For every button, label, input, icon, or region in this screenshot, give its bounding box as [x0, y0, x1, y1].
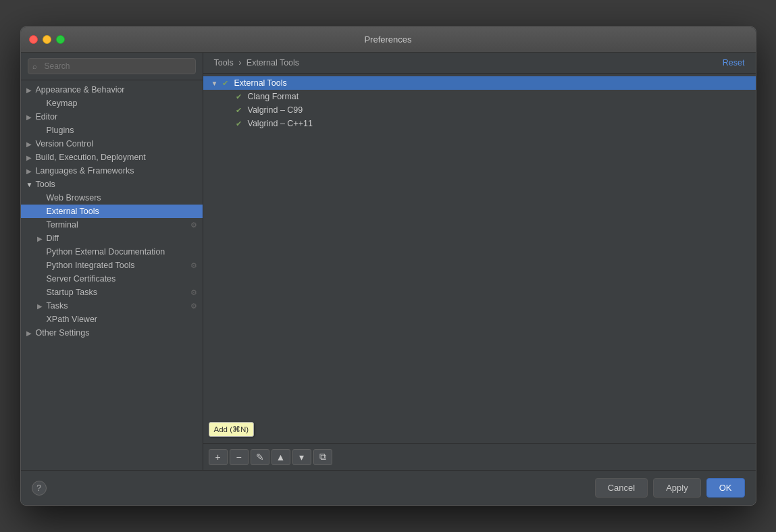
sidebar-item-keymap[interactable]: Keymap [21, 97, 203, 110]
breadcrumb: Tools › External Tools [214, 58, 300, 68]
sidebar-item-label: Python Integrated Tools [47, 261, 188, 270]
help-button[interactable]: ? [32, 481, 47, 496]
sidebar-item-label: External Tools [47, 207, 197, 216]
main-tree-item-valgrind-cpp11[interactable]: ✔Valgrind – C++11 [203, 117, 756, 130]
remove-button[interactable]: − [230, 449, 249, 465]
tree-arrow: ▼ [211, 80, 222, 87]
content-area: ▼✔External Tools✔Clang Format✔Valgrind –… [203, 74, 756, 443]
sidebar-item-label: Tasks [47, 301, 188, 311]
sidebar-tree: ▶Appearance & BehaviorKeymap▶EditorPlugi… [21, 80, 203, 470]
sidebar-item-diff[interactable]: ▶Diff [21, 232, 203, 245]
main-content: Tools › External Tools Reset ▼✔External … [203, 53, 756, 470]
content-header: Tools › External Tools Reset [203, 53, 756, 74]
sidebar-item-label: Terminal [47, 220, 188, 230]
ok-button[interactable]: OK [706, 478, 745, 498]
main-tree-item-label: Valgrind – C++11 [248, 119, 313, 128]
sidebar-item-label: Startup Tasks [47, 288, 188, 297]
close-button[interactable] [29, 35, 38, 44]
sidebar-item-terminal[interactable]: Terminal⚙ [21, 218, 203, 232]
add-button[interactable]: + [209, 449, 228, 465]
copy-button[interactable]: ⧉ [313, 449, 332, 465]
window-controls [29, 35, 65, 44]
gear-icon: ⚙ [190, 302, 197, 311]
sidebar-item-label: Tools [36, 180, 197, 189]
tree-arrow: ▶ [26, 167, 36, 175]
preferences-window: Preferences ⌕ ▶Appearance & BehaviorKeym… [20, 26, 756, 506]
minimize-button[interactable] [43, 35, 51, 44]
sidebar-item-label: Version Control [36, 139, 197, 149]
reset-button[interactable]: Reset [723, 58, 745, 68]
sidebar-item-plugins[interactable]: Plugins [21, 124, 203, 137]
tree-arrow: ▶ [26, 86, 36, 94]
sidebar-item-other-settings[interactable]: ▶Other Settings [21, 326, 203, 340]
search-icon: ⌕ [32, 62, 37, 70]
move-down-button[interactable]: ▾ [292, 449, 311, 465]
tree-arrow: ▶ [26, 329, 36, 337]
bottom-bar: ? Cancel Apply OK [21, 470, 756, 505]
main-tree-item-label: Clang Format [248, 92, 299, 101]
sidebar-item-label: Build, Execution, Deployment [36, 153, 197, 162]
tree-arrow: ▶ [26, 154, 36, 161]
cancel-button[interactable]: Cancel [595, 478, 648, 498]
main-tree-item-valgrind-c99[interactable]: ✔Valgrind – C99 [203, 103, 756, 117]
bottom-actions: Cancel Apply OK [595, 478, 745, 498]
window-title: Preferences [364, 34, 411, 45]
window-body: ⌕ ▶Appearance & BehaviorKeymap▶EditorPlu… [21, 53, 756, 470]
breadcrumb-part-1: Tools [214, 58, 234, 68]
breadcrumb-separator: › [238, 58, 244, 68]
tree-arrow: ▶ [26, 113, 36, 121]
search-bar: ⌕ [21, 53, 203, 80]
check-icon: ✔ [222, 79, 234, 88]
title-bar: Preferences [21, 27, 756, 53]
sidebar-item-tasks[interactable]: ▶Tasks⚙ [21, 299, 203, 313]
sidebar-item-label: Plugins [47, 126, 197, 135]
sidebar-item-label: Languages & Frameworks [36, 166, 197, 176]
check-icon: ✔ [236, 119, 248, 128]
sidebar-item-label: Server Certificates [47, 274, 197, 284]
sidebar-item-python-ext-doc[interactable]: Python External Documentation [21, 245, 203, 259]
gear-icon: ⚙ [190, 288, 197, 297]
check-icon: ✔ [236, 92, 248, 101]
maximize-button[interactable] [56, 35, 65, 44]
main-tree-item-external-tools-root[interactable]: ▼✔External Tools [203, 76, 756, 90]
sidebar-item-label: Appearance & Behavior [36, 85, 197, 95]
content-toolbar: Add (⌘N) + − ✎ ▲ ▾ ⧉ [203, 443, 756, 470]
sidebar-item-python-integrated[interactable]: Python Integrated Tools⚙ [21, 259, 203, 272]
sidebar-item-xpath-viewer[interactable]: XPath Viewer [21, 313, 203, 326]
sidebar-item-label: Editor [36, 112, 197, 122]
sidebar-item-editor[interactable]: ▶Editor [21, 110, 203, 124]
sidebar-item-label: XPath Viewer [47, 315, 197, 324]
tree-arrow: ▶ [37, 302, 47, 310]
sidebar-item-label: Other Settings [36, 328, 197, 338]
main-tree-item-label: External Tools [234, 78, 287, 88]
sidebar-item-label: Keymap [47, 99, 197, 108]
search-input[interactable] [28, 58, 196, 74]
main-tree-item-clang-format[interactable]: ✔Clang Format [203, 90, 756, 103]
sidebar-item-version-control[interactable]: ▶Version Control [21, 137, 203, 151]
apply-button[interactable]: Apply [653, 478, 701, 498]
sidebar: ⌕ ▶Appearance & BehaviorKeymap▶EditorPlu… [21, 53, 203, 470]
breadcrumb-part-2: External Tools [247, 58, 299, 68]
gear-icon: ⚙ [190, 261, 197, 270]
tree-arrow: ▶ [37, 235, 47, 242]
check-icon: ✔ [236, 106, 248, 115]
sidebar-item-startup-tasks[interactable]: Startup Tasks⚙ [21, 286, 203, 299]
sidebar-item-web-browsers[interactable]: Web Browsers [21, 191, 203, 205]
tree-arrow: ▶ [26, 140, 36, 148]
sidebar-item-label: Python External Documentation [47, 247, 197, 257]
sidebar-item-build[interactable]: ▶Build, Execution, Deployment [21, 151, 203, 164]
move-up-button[interactable]: ▲ [271, 449, 290, 465]
add-tooltip: Add (⌘N) [209, 422, 255, 437]
sidebar-item-external-tools[interactable]: External Tools [21, 205, 203, 218]
sidebar-item-server-certs[interactable]: Server Certificates [21, 272, 203, 286]
tree-arrow: ▼ [26, 181, 36, 188]
sidebar-item-languages[interactable]: ▶Languages & Frameworks [21, 164, 203, 178]
sidebar-item-label: Web Browsers [47, 193, 197, 203]
sidebar-item-tools[interactable]: ▼Tools [21, 178, 203, 191]
sidebar-item-appearance[interactable]: ▶Appearance & Behavior [21, 83, 203, 97]
search-wrap: ⌕ [28, 58, 196, 74]
sidebar-item-label: Diff [47, 234, 197, 243]
gear-icon: ⚙ [190, 221, 197, 230]
edit-button[interactable]: ✎ [251, 449, 269, 465]
main-tree-item-label: Valgrind – C99 [248, 105, 303, 115]
